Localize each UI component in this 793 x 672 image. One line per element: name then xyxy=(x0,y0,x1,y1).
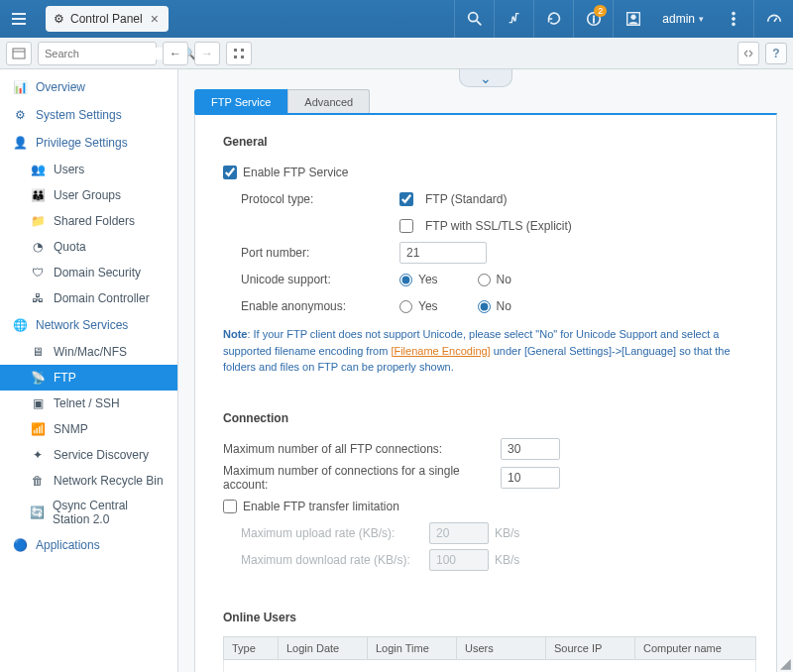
sidebar-item-overview[interactable]: 📊Overview xyxy=(0,73,177,101)
gear-icon: ⚙ xyxy=(12,107,28,123)
help-button[interactable]: ? xyxy=(765,43,787,64)
tab-ftp-service[interactable]: FTP Service xyxy=(194,89,287,113)
svg-point-6 xyxy=(733,18,736,21)
back-button[interactable]: ← xyxy=(163,42,188,65)
notifications-icon[interactable]: i2 xyxy=(573,0,613,38)
filename-encoding-link[interactable]: [Filename Encoding] xyxy=(391,345,490,357)
terminal-icon: ▣ xyxy=(30,395,46,411)
top-bar: ⚙ Control Panel × i2 admin xyxy=(0,0,793,38)
more-icon[interactable] xyxy=(714,0,753,38)
expand-handle[interactable] xyxy=(459,69,512,87)
users-icon: 👥 xyxy=(30,162,46,177)
section-online-users: Online Users xyxy=(223,611,756,624)
controller-icon: 🖧 xyxy=(30,290,46,306)
search-input[interactable] xyxy=(45,48,181,59)
enable-ftp-checkbox[interactable] xyxy=(223,166,237,179)
max-download-input xyxy=(429,549,489,571)
svg-point-5 xyxy=(733,12,736,15)
svg-point-0 xyxy=(469,13,478,22)
col-users[interactable]: Users xyxy=(457,636,546,659)
toolbar: 🔍 ← → ? xyxy=(0,38,793,69)
sync-icon: 🔄 xyxy=(30,504,45,520)
sidebar-item-applications[interactable]: 🔵Applications xyxy=(0,531,177,559)
sidebar-item-user-groups[interactable]: 👪User Groups xyxy=(0,182,177,208)
sidebar: 📊Overview ⚙System Settings 👤Privilege Se… xyxy=(0,69,178,672)
menu-button[interactable] xyxy=(0,0,38,38)
sidebar-item-winmac[interactable]: 🖥Win/Mac/NFS xyxy=(0,339,177,365)
sidebar-item-domain-security[interactable]: 🛡Domain Security xyxy=(0,260,177,285)
max-single-input[interactable] xyxy=(501,467,560,489)
svg-point-7 xyxy=(733,23,736,26)
overview-icon: 📊 xyxy=(12,79,28,95)
col-computer[interactable]: Computer name xyxy=(635,636,756,659)
forward-button[interactable]: → xyxy=(194,42,220,65)
svg-text:i: i xyxy=(593,15,595,25)
refresh-icon[interactable] xyxy=(533,0,573,38)
col-login-date[interactable]: Login Date xyxy=(279,636,368,659)
window-list-button[interactable] xyxy=(6,42,32,65)
svg-point-4 xyxy=(631,15,636,20)
sidebar-item-network-services[interactable]: 🌐Network Services xyxy=(0,311,177,339)
trash-icon: 🗑 xyxy=(30,473,46,489)
unit-kbs: KB/s xyxy=(495,553,519,567)
sidebar-item-ftp[interactable]: 📡FTP xyxy=(0,365,177,391)
grid-view-button[interactable] xyxy=(226,42,252,65)
sidebar-item-system-settings[interactable]: ⚙System Settings xyxy=(0,101,177,129)
sidebar-item-domain-controller[interactable]: 🖧Domain Controller xyxy=(0,285,177,311)
resize-handle[interactable]: ◢ xyxy=(777,656,791,670)
col-type[interactable]: Type xyxy=(224,636,279,659)
sidebar-item-shared-folders[interactable]: 📁Shared Folders xyxy=(0,208,177,234)
port-input[interactable] xyxy=(399,242,487,264)
ftp-ssl-checkbox[interactable] xyxy=(399,219,413,233)
search-box[interactable]: 🔍 xyxy=(38,42,157,65)
unicode-no[interactable]: No xyxy=(478,273,511,286)
folder-icon: 📁 xyxy=(30,213,46,229)
sidebar-item-quota[interactable]: ◔Quota xyxy=(0,234,177,260)
max-all-input[interactable] xyxy=(501,438,560,460)
max-upload-input xyxy=(429,522,489,544)
search-button[interactable] xyxy=(454,0,494,38)
ftp-icon: 📡 xyxy=(30,370,46,386)
close-icon[interactable]: × xyxy=(149,11,161,27)
sidebar-item-users[interactable]: 👥Users xyxy=(0,157,177,182)
anon-no[interactable]: No xyxy=(478,299,511,313)
settings-panel: General Enable FTP Service Protocol type… xyxy=(194,113,777,672)
sidebar-item-recycle-bin[interactable]: 🗑Network Recycle Bin xyxy=(0,468,177,494)
enable-limit-checkbox[interactable] xyxy=(223,500,237,513)
sidebar-item-snmp[interactable]: 📶SNMP xyxy=(0,416,177,442)
sidebar-item-qsync[interactable]: 🔄Qsync Central Station 2.0 xyxy=(0,494,177,531)
ftp-standard-checkbox[interactable] xyxy=(399,192,413,206)
sidebar-item-telnet[interactable]: ▣Telnet / SSH xyxy=(0,391,177,416)
port-label: Port number: xyxy=(241,246,399,260)
quota-icon: ◔ xyxy=(30,239,46,255)
max-download-label: Maximum download rate (KB/s): xyxy=(241,553,429,567)
chart-icon: 📶 xyxy=(30,421,46,437)
col-source-ip[interactable]: Source IP xyxy=(546,636,635,659)
groups-icon: 👪 xyxy=(30,187,46,203)
ftp-standard-label: FTP (Standard) xyxy=(425,192,507,206)
svg-rect-8 xyxy=(13,49,25,58)
tasks-icon[interactable] xyxy=(494,0,533,38)
tab-bar: FTP Service Advanced xyxy=(194,89,793,113)
svg-rect-12 xyxy=(241,56,244,58)
unicode-yes[interactable]: Yes xyxy=(399,273,438,286)
user-menu[interactable]: admin xyxy=(652,12,714,26)
collapse-button[interactable] xyxy=(737,42,759,65)
app-tab[interactable]: ⚙ Control Panel × xyxy=(46,6,169,32)
section-connection: Connection xyxy=(223,411,756,425)
ftp-ssl-label: FTP with SSL/TLS (Explicit) xyxy=(425,219,572,233)
globe-icon: 🌐 xyxy=(12,317,28,333)
sidebar-item-service-discovery[interactable]: ✦Service Discovery xyxy=(0,442,177,468)
anon-yes[interactable]: Yes xyxy=(399,299,438,313)
discovery-icon: ✦ xyxy=(30,447,46,463)
dashboard-icon[interactable] xyxy=(753,0,793,38)
col-login-time[interactable]: Login Time xyxy=(368,636,457,659)
sidebar-item-privilege-settings[interactable]: 👤Privilege Settings xyxy=(0,129,177,157)
tab-advanced[interactable]: Advanced xyxy=(287,89,370,113)
max-upload-label: Maximum upload rate (KB/s): xyxy=(241,526,429,540)
max-all-label: Maximum number of all FTP connections: xyxy=(223,442,501,456)
enable-limit-label: Enable FTP transfer limitation xyxy=(243,500,399,513)
user-icon[interactable] xyxy=(613,0,652,38)
svg-rect-9 xyxy=(234,49,237,52)
unicode-note: Note: If your FTP client does not suppor… xyxy=(223,326,756,376)
